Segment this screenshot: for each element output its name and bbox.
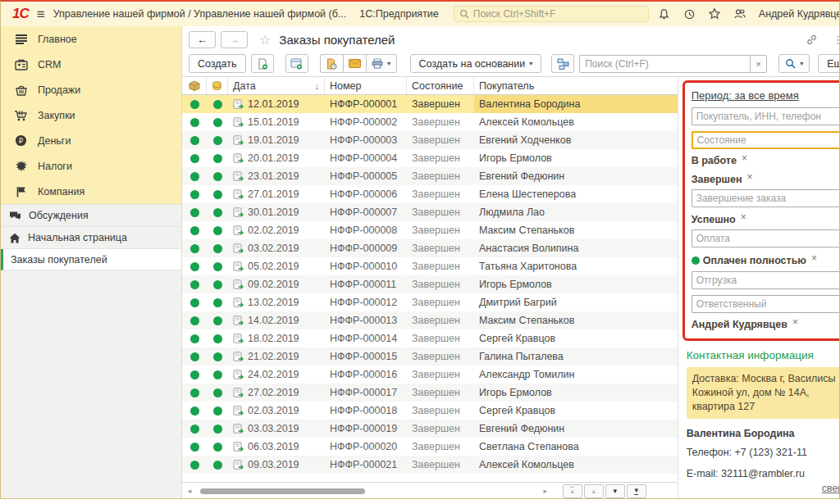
sidebar-item-glavnoe[interactable]: Главное — [1, 26, 181, 52]
cell-customer: Максим Степаньков — [474, 221, 678, 239]
remove-tag-icon[interactable]: × — [747, 171, 753, 183]
cell-number: НФФР-000005 — [325, 167, 407, 185]
cell-customer: Игорь Ермолов — [474, 149, 678, 167]
remove-tag-icon[interactable]: × — [741, 211, 746, 223]
cell-date: 27.02.2019 — [248, 387, 299, 398]
notifications-bell-icon[interactable] — [657, 7, 671, 21]
table-row[interactable]: 03.03.2019 НФФР-000019 Завершен Евгений … — [182, 420, 678, 438]
completion-filter-input[interactable] — [692, 189, 840, 207]
column-payment-status[interactable] — [207, 77, 228, 94]
table-row[interactable]: 06.03.2019 НФФР-000020 Завершен Светлана… — [182, 438, 678, 456]
scroll-left-icon[interactable]: ◂ — [185, 487, 194, 495]
sidebar-item-obsuzhdeniya[interactable]: Обсуждения — [1, 205, 181, 227]
collapse-link[interactable]: свернуть — [822, 483, 840, 494]
payment-status-dot — [207, 438, 228, 456]
table-row[interactable]: 03.02.2019 НФФР-000009 Завершен Анастаси… — [182, 239, 678, 257]
column-state[interactable]: Состояние — [407, 77, 474, 94]
scroll-right-icon[interactable]: ▸ — [541, 487, 550, 495]
table-row[interactable]: 30.01.2019 НФФР-000007 Завершен Людмила … — [182, 203, 678, 221]
create-group-button[interactable] — [285, 54, 308, 73]
filter-tag-responsible: Андрей Кудрявцев× — [692, 319, 840, 330]
table-row[interactable]: 27.01.2019 НФФР-000006 Завершен Елена Ше… — [182, 185, 678, 203]
remove-tag-icon[interactable]: × — [792, 316, 798, 328]
list-search-input[interactable] — [579, 55, 750, 73]
remove-tag-icon[interactable]: × — [811, 252, 817, 264]
customer-filter-input[interactable] — [692, 107, 840, 125]
search-menu-button[interactable]: ▾ — [778, 54, 810, 73]
payment-filter-input[interactable] — [692, 229, 840, 247]
table-row[interactable]: 18.02.2019 НФФР-000014 Завершен Сергей К… — [182, 329, 678, 347]
table-row[interactable]: 27.02.2019 НФФР-000017 Завершен Игорь Ер… — [182, 384, 678, 402]
sidebar-item-zakupki[interactable]: Закупки — [1, 102, 181, 128]
favorite-star-icon[interactable]: ☆ — [259, 32, 271, 48]
related-documents-button[interactable] — [551, 54, 574, 73]
scrollbar-thumb[interactable] — [200, 488, 365, 494]
sidebar-item-home[interactable]: Начальная страница — [1, 227, 181, 249]
table-row[interactable]: 09.03.2019 НФФР-000021 Завершен Алексей … — [182, 456, 678, 474]
sidebar-item-dengi[interactable]: ₽ Деньги — [1, 128, 181, 153]
column-shipment-status[interactable] — [182, 77, 207, 94]
payment-status-dot — [207, 131, 228, 149]
table-row[interactable]: 02.03.2019 НФФР-000018 Завершен Сергей К… — [182, 402, 678, 420]
more-dots-icon[interactable]: ⋮ — [833, 34, 840, 46]
go-next-button[interactable]: ▾ — [605, 484, 625, 498]
table-row[interactable]: 09.02.2019 НФФР-000011 Завершен Игорь Ер… — [182, 275, 678, 293]
column-date[interactable]: Дата↓ — [228, 77, 325, 94]
table-row[interactable]: 20.01.2019 НФФР-000004 Завершен Игорь Ер… — [182, 149, 678, 167]
go-last-button[interactable]: ▾ — [627, 484, 646, 498]
table-row[interactable]: 05.02.2019 НФФР-000010 Завершен Татьяна … — [182, 257, 678, 275]
more-button[interactable]: Еще▾ — [818, 54, 840, 73]
table-row[interactable]: 12.01.2019 НФФР-000001 Завершен Валентин… — [182, 95, 678, 113]
period-link[interactable]: Период: за все время — [692, 89, 799, 102]
get-link-icon[interactable] — [806, 34, 818, 46]
copy-document-button[interactable] — [251, 54, 274, 73]
current-user[interactable]: Андрей Кудрявцев — [759, 8, 840, 20]
sidebar-item-crm[interactable]: CRM — [1, 52, 181, 77]
go-next-icon: ▾ — [613, 487, 617, 495]
global-search-input[interactable]: Поиск Ctrl+Shift+F — [454, 6, 649, 22]
table-row[interactable]: 21.02.2019 НФФР-000015 Завершен Галина П… — [182, 347, 678, 366]
paid-status-dot — [692, 257, 700, 265]
posted-document-icon — [233, 171, 244, 181]
table-row[interactable]: 14.02.2019 НФФР-000013 Завершен Максим С… — [182, 311, 678, 329]
sidebar-tab-active[interactable]: Заказы покупателей — [1, 249, 181, 270]
remove-tag-icon[interactable]: × — [742, 152, 747, 164]
sidebar-item-kompaniya[interactable]: Компания — [1, 179, 181, 204]
table-row[interactable]: 23.01.2019 НФФР-000005 Завершен Евгений … — [182, 167, 678, 185]
go-prev-button[interactable]: ▴ — [584, 484, 604, 498]
set-deadline-button[interactable] — [320, 54, 343, 73]
horizontal-scrollbar[interactable] — [195, 488, 540, 495]
cell-state: Завершен — [407, 131, 474, 149]
shipment-status-dot — [182, 366, 207, 384]
column-number[interactable]: Номер — [325, 77, 407, 94]
payment-status-dot — [207, 203, 228, 221]
column-customer[interactable]: Покупатель — [474, 77, 678, 94]
state-filter-input[interactable] — [692, 131, 840, 149]
clear-search-button[interactable]: × — [750, 55, 767, 73]
doc-plus-icon — [257, 58, 268, 70]
table-row[interactable]: 24.02.2019 НФФР-000016 Завершен Александ… — [182, 366, 678, 384]
create-button[interactable]: Создать — [189, 54, 246, 73]
table-row[interactable]: 19.01.2019 НФФР-000003 Завершен Евгений … — [182, 131, 678, 149]
favorites-star-icon[interactable] — [708, 7, 722, 21]
back-button[interactable]: ← — [189, 31, 216, 48]
users-icon[interactable] — [733, 7, 747, 21]
dropdown-caret: ▾ — [800, 60, 803, 67]
table-row[interactable]: 15.01.2019 НФФР-000002 Завершен Алексей … — [182, 113, 678, 131]
forward-button[interactable]: → — [221, 31, 248, 48]
table-row[interactable]: 13.02.2019 НФФР-000012 Завершен Дмитрий … — [182, 293, 678, 311]
history-icon[interactable] — [682, 7, 696, 21]
cell-state: Завершен — [407, 203, 474, 221]
posted-document-icon — [233, 135, 244, 145]
send-email-button[interactable] — [343, 54, 366, 73]
table-row[interactable]: 02.02.2019 НФФР-000008 Завершен Максим С… — [182, 221, 678, 239]
shipping-filter-input[interactable] — [692, 271, 840, 289]
1c-logo: 1С — [12, 6, 29, 22]
sidebar-item-nalogi[interactable]: Налоги — [1, 153, 181, 179]
create-based-on-button[interactable]: Создать на основании▾ — [410, 54, 542, 73]
print-button[interactable]: ▾ — [366, 54, 397, 73]
go-first-button[interactable]: ▴ — [563, 484, 582, 498]
responsible-filter-input[interactable] — [692, 295, 840, 313]
sidebar-item-prodazhi[interactable]: Продажи — [1, 77, 181, 102]
main-menu-icon[interactable]: ≡ — [37, 7, 45, 21]
